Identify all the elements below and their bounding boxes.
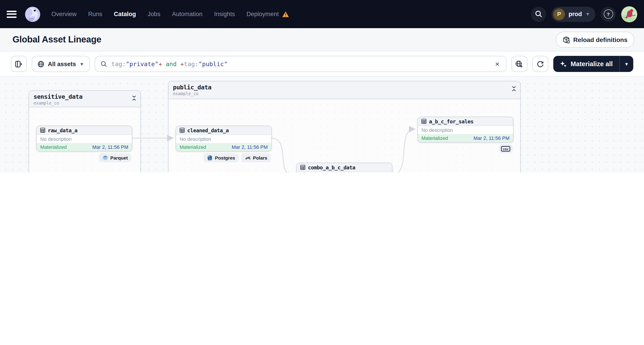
nav-right: P prod ▼ ? — [531, 6, 637, 22]
kind-badge-csv: csv — [499, 144, 512, 153]
asset-node-combo_a_b_c_data[interactable]: combo_a_b_c_data No description Material… — [296, 163, 392, 172]
asset-search-input[interactable]: tag:"private"+ and +tag:"public" × — [95, 56, 506, 72]
environment-switcher[interactable]: P prod ▼ — [552, 6, 595, 22]
sparkle-icon — [560, 60, 566, 67]
globe-add-icon[interactable] — [511, 56, 527, 72]
asset-node-cleaned_data_a[interactable]: cleaned_data_a No description Materializ… — [176, 126, 272, 152]
nav-item-automation[interactable]: Automation — [172, 11, 203, 18]
asset-name: combo_a_b_c_data — [308, 164, 355, 170]
help-icon[interactable]: ? — [601, 6, 616, 22]
query-token: tag: — [184, 60, 198, 68]
materialization-timestamp: Mar 2, 11:56 PM — [92, 144, 128, 150]
asset-description: No description — [297, 172, 392, 172]
query-token: tag: — [111, 60, 126, 68]
lineage-toolbar: All assets ▼ tag:"private"+ and +tag:"pu… — [0, 51, 644, 77]
nav-item-jobs[interactable]: Jobs — [148, 11, 160, 18]
asset-status-bar: Materialized Mar 2, 11:56 PM — [418, 134, 513, 142]
nav-item-runs[interactable]: Runs — [88, 11, 102, 18]
asset-description: No description — [418, 126, 513, 134]
asset-description: No description — [176, 135, 271, 143]
table-icon — [40, 126, 45, 134]
badge-row-raw_data_a: Parquet — [36, 153, 132, 162]
asset-description: No description — [37, 135, 132, 143]
asset-node-header: a_b_c_for_sales — [418, 117, 513, 126]
nav-item-label: Catalog — [114, 11, 136, 18]
materialize-all-button[interactable]: Materialize all — [553, 56, 620, 72]
query-token: + — [158, 60, 162, 68]
hamburger-icon[interactable] — [7, 10, 16, 18]
badge-row-cleaned_data_a: PostgresPolars — [176, 153, 271, 162]
query-token: "public" — [198, 60, 228, 68]
materialization-timestamp: Mar 2, 11:56 PM — [232, 144, 268, 150]
materialize-options-caret[interactable]: ▼ — [620, 56, 633, 72]
nav-item-label: Jobs — [148, 11, 160, 18]
globe-icon — [38, 60, 44, 67]
refresh-icon[interactable] — [532, 56, 548, 72]
asset-node-raw_data_a[interactable]: raw_data_a No description Materialized M… — [36, 126, 132, 152]
status-badge: Materialized — [40, 144, 67, 150]
kind-badge-label: Polars — [253, 155, 267, 160]
lineage-edge — [392, 129, 415, 172]
nav-item-label: Deployment — [246, 11, 279, 18]
svg-text:csv: csv — [503, 147, 508, 151]
materialize-all-split-button: Materialize all ▼ — [553, 56, 633, 72]
reload-definitions-label: Reload definitions — [573, 36, 628, 43]
reload-cube-icon — [562, 36, 570, 43]
reload-definitions-button[interactable]: Reload definitions — [556, 32, 634, 48]
query-token: + — [180, 60, 184, 68]
lineage-edge — [271, 138, 294, 172]
chevron-down-icon: ▼ — [80, 62, 84, 66]
parquet-icon — [102, 155, 108, 161]
dagster-logo[interactable] — [24, 6, 41, 22]
table-icon — [180, 126, 184, 134]
polars-icon — [245, 155, 251, 161]
clear-search-icon[interactable]: × — [494, 60, 500, 68]
warning-icon — [282, 11, 289, 17]
asset-scope-label: All assets — [48, 60, 76, 67]
nav-item-label: Insights — [214, 11, 235, 18]
search-query: tag:"private"+ and +tag:"public" — [111, 60, 228, 68]
panel-toggle-icon[interactable] — [11, 56, 27, 72]
nav-item-catalog[interactable]: Catalog — [114, 11, 136, 18]
asset-scope-dropdown[interactable]: All assets ▼ — [32, 56, 90, 72]
badge-row-a_b_c_for_sales: csv — [418, 144, 512, 153]
environment-label: prod — [568, 11, 582, 18]
lineage-canvas[interactable]: ⚙ sensitive_data example_co public_data … — [0, 77, 644, 172]
nav-item-label: Automation — [172, 11, 203, 18]
nav-item-insights[interactable]: Insights — [214, 11, 235, 18]
status-badge: Materialized — [422, 136, 448, 141]
asset-name: a_b_c_for_sales — [429, 118, 474, 124]
asset-node-a_b_c_for_sales[interactable]: a_b_c_for_sales No description Materiali… — [418, 117, 514, 142]
search-icon[interactable] — [531, 6, 546, 22]
user-avatar[interactable] — [621, 6, 637, 22]
search-icon — [100, 60, 107, 67]
asset-node-header: raw_data_a — [37, 126, 132, 135]
asset-status-bar: Materialized Mar 2, 11:56 PM — [176, 143, 271, 151]
table-icon — [300, 163, 305, 172]
asset-name: raw_data_a — [48, 127, 78, 134]
kind-badge-parquet: Parquet — [99, 153, 132, 162]
query-token: and — [162, 60, 180, 68]
nav-item-label: Runs — [88, 11, 102, 18]
kind-badge-postgres: Postgres — [203, 153, 239, 162]
nav-item-deployment[interactable]: Deployment — [246, 11, 289, 18]
asset-status-bar: Materialized Mar 2, 11:56 PM — [37, 143, 132, 151]
postgres-icon — [207, 155, 213, 161]
status-badge: Materialized — [180, 144, 206, 150]
kind-badge-label: Parquet — [110, 155, 128, 160]
nav-menu: OverviewRunsCatalogJobsAutomationInsight… — [52, 11, 289, 18]
csv-icon: csv — [501, 146, 510, 152]
kind-badge-polars: Polars — [241, 153, 271, 162]
page-header: Global Asset Lineage Reload definitions — [0, 28, 644, 51]
chevron-down-icon: ▼ — [586, 12, 590, 16]
nav-item-overview[interactable]: Overview — [52, 11, 77, 18]
table-icon — [422, 117, 426, 125]
query-token: "private" — [126, 60, 158, 68]
asset-node-header: combo_a_b_c_data — [297, 163, 392, 172]
top-nav: OverviewRunsCatalogJobsAutomationInsight… — [0, 0, 644, 28]
materialize-all-label: Materialize all — [570, 60, 613, 68]
environment-avatar: P — [553, 8, 565, 20]
kind-badge-label: Postgres — [215, 155, 235, 160]
materialization-timestamp: Mar 2, 11:56 PM — [474, 136, 510, 141]
asset-node-header: cleaned_data_a — [176, 126, 271, 135]
